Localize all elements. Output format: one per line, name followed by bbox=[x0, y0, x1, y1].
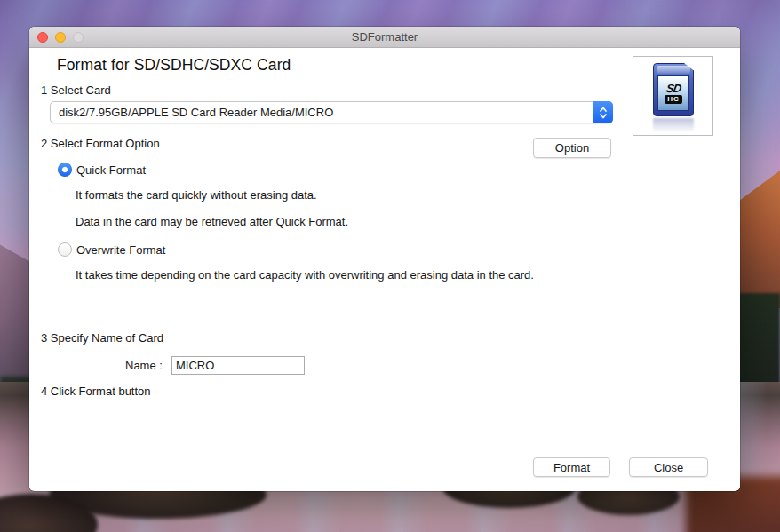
card-select-value: disk2/7.95GB/APPLE SD Card Reader Media/… bbox=[59, 102, 333, 123]
quick-format-radio[interactable] bbox=[58, 163, 72, 177]
popup-stepper-icon bbox=[593, 101, 613, 123]
close-button[interactable]: Close bbox=[629, 457, 708, 477]
sdhc-logo-text: HC bbox=[665, 95, 682, 104]
card-name-input[interactable] bbox=[171, 356, 305, 375]
sd-card-shine bbox=[657, 66, 690, 74]
sd-logo-text: SD bbox=[665, 83, 681, 94]
step-1-label: 1 Select Card bbox=[41, 83, 111, 97]
quick-format-option: Quick Format bbox=[58, 163, 146, 177]
name-field-label: Name : bbox=[125, 359, 163, 372]
sd-card-label: SD HC bbox=[657, 75, 689, 111]
step-4-label: 4 Click Format button bbox=[41, 385, 151, 398]
step-2-label: 2 Select Format Option bbox=[41, 137, 160, 150]
format-button[interactable]: Format bbox=[533, 457, 610, 477]
quick-format-label: Quick Format bbox=[76, 163, 146, 177]
overwrite-format-option: Overwrite Format bbox=[58, 242, 165, 257]
overwrite-format-description: It takes time depending on the card capa… bbox=[76, 268, 534, 282]
window-content: Format for SD/SDHC/SDXC Card 1 Select Ca… bbox=[29, 48, 740, 490]
step-3-label: 3 Specify Name of Card bbox=[41, 331, 163, 345]
sdformatter-window: SDFormatter Format for SD/SDHC/SDXC Card… bbox=[29, 27, 740, 491]
sd-card-reflection bbox=[653, 118, 694, 132]
quick-format-description-1: It formats the card quickly without eras… bbox=[76, 188, 317, 202]
quick-format-description-2: Data in the card may be retrieved after … bbox=[76, 215, 348, 228]
overwrite-format-radio[interactable] bbox=[58, 242, 72, 257]
window-title: SDFormatter bbox=[29, 27, 740, 48]
desktop-wallpaper: SDFormatter Format for SD/SDHC/SDXC Card… bbox=[0, 0, 780, 532]
overwrite-format-label: Overwrite Format bbox=[76, 243, 165, 257]
window-titlebar[interactable]: SDFormatter bbox=[29, 27, 740, 48]
option-button[interactable]: Option bbox=[533, 138, 611, 158]
sd-card-body-icon: SD HC bbox=[653, 63, 694, 116]
sd-card-icon: SD HC bbox=[633, 56, 713, 136]
page-title: Format for SD/SDHC/SDXC Card bbox=[57, 56, 291, 75]
card-select-dropdown[interactable]: disk2/7.95GB/APPLE SD Card Reader Media/… bbox=[50, 101, 613, 123]
